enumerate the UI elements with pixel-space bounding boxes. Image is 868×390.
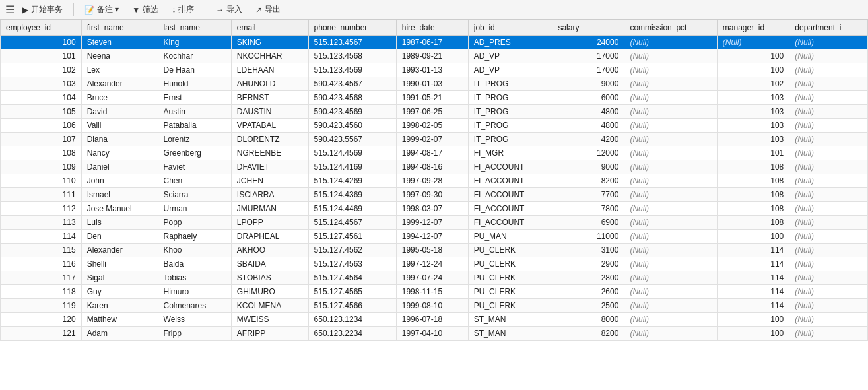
cell-5-0: 105 (1, 105, 82, 119)
cell-0-10: (Null) (789, 36, 868, 49)
export-button[interactable]: ↗ 导出 (250, 3, 286, 16)
col-header-last_name[interactable]: last_name (158, 20, 231, 36)
cell-14-0: 114 (1, 230, 82, 244)
cell-6-3: VPATABAL (231, 119, 308, 133)
cell-14-6: PU_MAN (468, 230, 552, 244)
cell-19-2: Colmenares (158, 299, 231, 313)
cell-2-9: 100 (717, 63, 789, 77)
cell-12-6: FI_ACCOUNT (468, 202, 552, 216)
cell-13-2: Popp (158, 216, 231, 230)
table-row[interactable]: 121AdamFrippAFRIPP650.123.22341997-04-10… (1, 327, 868, 341)
cell-0-6: AD_PRES (468, 36, 552, 49)
cell-2-10: (Null) (789, 63, 868, 77)
cell-15-4: 515.127.4562 (308, 244, 396, 257)
cell-8-7: 12000 (552, 146, 624, 160)
cell-11-4: 515.124.4369 (308, 188, 396, 202)
col-header-job_id[interactable]: job_id (468, 20, 552, 36)
cell-21-6: ST_MAN (468, 327, 552, 341)
cell-19-6: PU_CLERK (468, 299, 552, 313)
col-header-first_name[interactable]: first_name (81, 20, 158, 36)
cell-14-10: (Null) (789, 230, 868, 244)
cell-5-4: 590.423.4569 (308, 105, 396, 119)
table-row[interactable]: 106ValliPataballaVPATABAL590.423.4560199… (1, 119, 868, 133)
table-row[interactable]: 109DanielFavietDFAVIET515.124.41691994-0… (1, 160, 868, 174)
cell-9-8: (Null) (624, 160, 717, 174)
cell-11-1: Ismael (81, 188, 158, 202)
cell-10-7: 8200 (552, 174, 624, 188)
cell-6-2: Pataballa (158, 119, 231, 133)
cell-11-6: FI_ACCOUNT (468, 188, 552, 202)
cell-18-3: GHIMURO (231, 285, 308, 299)
col-header-hire_date[interactable]: hire_date (396, 20, 468, 36)
filter-icon: ▼ (132, 5, 140, 15)
table-row[interactable]: 119KarenColmenaresKCOLMENA515.127.456619… (1, 299, 868, 313)
col-header-phone_number[interactable]: phone_number (308, 20, 396, 36)
table-row[interactable]: 114DenRaphaelyDRAPHEAL515.127.45611994-1… (1, 230, 868, 244)
filter-button[interactable]: ▼ 筛选 (127, 3, 164, 16)
cell-2-6: AD_VP (468, 63, 552, 77)
table-row[interactable]: 110JohnChenJCHEN515.124.42691997-09-28FI… (1, 174, 868, 188)
table-row[interactable]: 100StevenKingSKING515.123.45671987-06-17… (1, 36, 868, 49)
table-row[interactable]: 116ShelliBaidaSBAIDA515.127.45631997-12-… (1, 257, 868, 271)
cell-10-2: Chen (158, 174, 231, 188)
export-icon: ↗ (255, 5, 262, 15)
cell-8-3: NGREENBE (231, 146, 308, 160)
table-row[interactable]: 103AlexanderHunoldAHUNOLD590.423.4567199… (1, 77, 868, 91)
table-row[interactable]: 118GuyHimuroGHIMURO515.127.45651998-11-1… (1, 285, 868, 299)
col-header-email[interactable]: email (231, 20, 308, 36)
col-header-manager_id[interactable]: manager_id (717, 20, 789, 36)
cell-17-4: 515.127.4564 (308, 271, 396, 285)
cell-14-8: (Null) (624, 230, 717, 244)
cell-9-4: 515.124.4169 (308, 160, 396, 174)
cell-3-5: 1990-01-03 (396, 77, 468, 91)
cell-21-3: AFRIPP (231, 327, 308, 341)
cell-19-4: 515.127.4566 (308, 299, 396, 313)
table-row[interactable]: 115AlexanderKhooAKHOO515.127.45621995-05… (1, 244, 868, 257)
play-icon: ▶ (22, 5, 28, 15)
table-row[interactable]: 108NancyGreenbergNGREENBE515.124.4569199… (1, 146, 868, 160)
col-header-salary[interactable]: salary (552, 20, 624, 36)
col-header-department_i[interactable]: department_i (789, 20, 868, 36)
start-transaction-button[interactable]: ▶ 开始事务 (17, 3, 68, 16)
sort-button[interactable]: ↕ 排序 (166, 3, 199, 16)
cell-7-1: Diana (81, 133, 158, 146)
cell-19-3: KCOLMENA (231, 299, 308, 313)
import-button[interactable]: → 导入 (211, 3, 248, 16)
remark-button[interactable]: 📝 备注 ▾ (79, 3, 124, 16)
cell-14-5: 1994-12-07 (396, 230, 468, 244)
cell-12-0: 112 (1, 202, 82, 216)
col-header-employee_id[interactable]: employee_id (1, 20, 82, 36)
table-row[interactable]: 104BruceErnstBERNST590.423.45681991-05-2… (1, 91, 868, 105)
table-row[interactable]: 101NeenaKochharNKOCHHAR515.123.45681989-… (1, 49, 868, 63)
cell-0-1: Steven (81, 36, 158, 49)
table-row[interactable]: 113LuisPoppLPOPP515.124.45671999-12-07FI… (1, 216, 868, 230)
cell-19-10: (Null) (789, 299, 868, 313)
cell-16-4: 515.127.4563 (308, 257, 396, 271)
col-header-commission_pct[interactable]: commission_pct (624, 20, 717, 36)
cell-17-10: (Null) (789, 271, 868, 285)
cell-17-1: Sigal (81, 271, 158, 285)
cell-8-5: 1994-08-17 (396, 146, 468, 160)
table-row[interactable]: 117SigalTobiasSTOBIAS515.127.45641997-07… (1, 271, 868, 285)
table-container[interactable]: employee_idfirst_namelast_nameemailphone… (0, 20, 868, 390)
cell-7-2: Lorentz (158, 133, 231, 146)
table-row[interactable]: 102LexDe HaanLDEHAAN515.123.45691993-01-… (1, 63, 868, 77)
cell-7-8: (Null) (624, 133, 717, 146)
cell-17-7: 2800 (552, 271, 624, 285)
table-row[interactable]: 111IsmaelSciarraISCIARRA515.124.43691997… (1, 188, 868, 202)
table-row[interactable]: 105DavidAustinDAUSTIN590.423.45691997-06… (1, 105, 868, 119)
cell-9-0: 109 (1, 160, 82, 174)
cell-0-8: (Null) (624, 36, 717, 49)
cell-3-7: 9000 (552, 77, 624, 91)
cell-0-7: 24000 (552, 36, 624, 49)
cell-10-10: (Null) (789, 174, 868, 188)
table-row[interactable]: 107DianaLorentzDLORENTZ590.423.55671999-… (1, 133, 868, 146)
cell-10-3: JCHEN (231, 174, 308, 188)
table-row[interactable]: 120MatthewWeissMWEISS650.123.12341996-07… (1, 313, 868, 327)
cell-11-7: 7700 (552, 188, 624, 202)
cell-20-5: 1996-07-18 (396, 313, 468, 327)
table-row[interactable]: 112Jose ManuelUrmanJMURMAN515.124.446919… (1, 202, 868, 216)
cell-0-3: SKING (231, 36, 308, 49)
cell-8-9: 101 (717, 146, 789, 160)
cell-12-2: Urman (158, 202, 231, 216)
